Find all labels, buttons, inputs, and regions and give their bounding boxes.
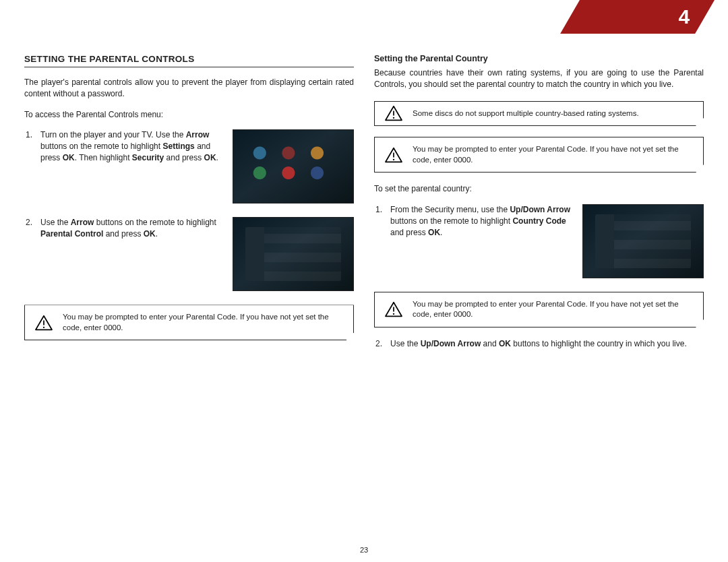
svg-point-1 xyxy=(43,327,44,328)
note-text: You may be prompted to enter your Parent… xyxy=(63,313,329,332)
note-text: Some discs do not support multiple count… xyxy=(413,109,639,117)
steps-list: From the Security menu, use the Up/Down … xyxy=(374,204,704,278)
note-box: You may be prompted to enter your Parent… xyxy=(374,292,704,327)
intro2: To access the Parental Controls menu: xyxy=(24,109,354,121)
step-text: From the Security menu, use the Up/Down … xyxy=(390,204,573,238)
right-column: Setting the Parental Country Because cou… xyxy=(374,54,704,363)
screenshot-setup-menu xyxy=(582,204,704,278)
note-text: You may be prompted to enter your Parent… xyxy=(413,300,679,319)
intro2: To set the parental country: xyxy=(374,183,704,195)
intro-paragraph: The player's parental controls allow you… xyxy=(24,77,354,100)
note-box: You may be prompted to enter your Parent… xyxy=(24,305,354,340)
warning-icon xyxy=(384,147,403,163)
svg-point-5 xyxy=(393,158,394,160)
chapter-number: 4 xyxy=(679,5,690,28)
warning-icon xyxy=(384,105,403,121)
warning-icon xyxy=(384,301,403,317)
step-text: Use the Arrow buttons on the remote to h… xyxy=(40,217,223,240)
warning-icon xyxy=(34,315,53,331)
chapter-tab: 4 xyxy=(560,0,715,34)
subheading: Setting the Parental Country xyxy=(374,54,704,63)
step-1: Turn on the player and your TV. Use the … xyxy=(24,129,354,204)
svg-point-7 xyxy=(393,313,394,315)
steps-list-cont: Use the Up/Down Arrow and OK buttons to … xyxy=(374,338,704,350)
screenshot-setup-menu xyxy=(233,217,354,291)
note-box: Some discs do not support multiple count… xyxy=(374,101,704,127)
screenshot-home xyxy=(233,129,354,204)
note-text: You may be prompted to enter your Parent… xyxy=(413,145,679,164)
left-column: SETTING THE PARENTAL CONTROLS The player… xyxy=(24,54,354,363)
svg-point-3 xyxy=(393,117,394,119)
note-box: You may be prompted to enter your Parent… xyxy=(374,137,704,173)
section-heading: SETTING THE PARENTAL CONTROLS xyxy=(24,54,354,67)
page-number: 23 xyxy=(0,546,728,554)
step-2: Use the Arrow buttons on the remote to h… xyxy=(24,217,354,291)
content: SETTING THE PARENTAL CONTROLS The player… xyxy=(0,0,728,363)
step-2: Use the Up/Down Arrow and OK buttons to … xyxy=(374,338,704,350)
step-text: Turn on the player and your TV. Use the … xyxy=(40,129,223,163)
intro-paragraph: Because countries have their own rating … xyxy=(374,67,704,90)
steps-list: Turn on the player and your TV. Use the … xyxy=(24,129,354,291)
step-1: From the Security menu, use the Up/Down … xyxy=(374,204,704,278)
